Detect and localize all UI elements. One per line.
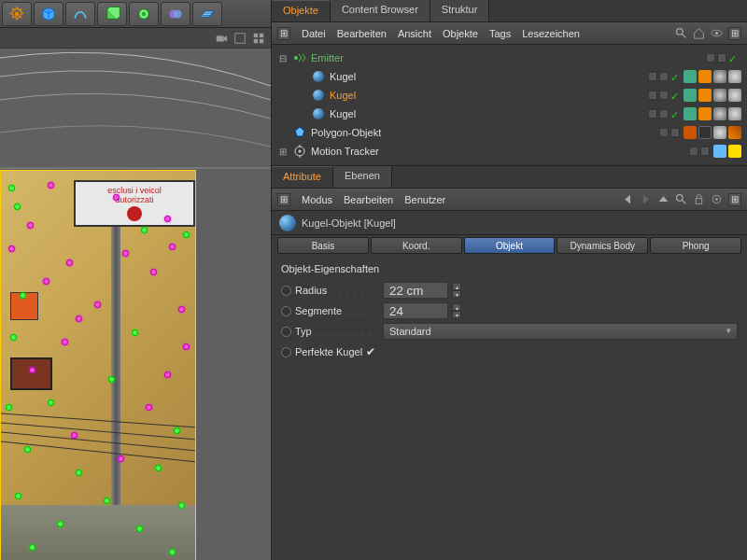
svg-rect-8 [217,35,224,41]
sphere-icon [279,215,296,231]
tracker-icon [292,144,307,159]
menu-modus[interactable]: Modus [302,194,332,205]
street-sign: esclusi i veicol autorizzati [74,180,195,227]
menu-benutzer[interactable]: Benutzer [404,194,445,205]
cube-icon[interactable] [34,2,63,26]
tree-row-emitter[interactable]: ⊟ Emitter ✓ [272,49,747,67]
object-label: Polygon-Objekt [311,127,659,138]
perfect-sphere-label: Perfekte Kugel [295,346,362,357]
svg-line-28 [682,200,685,203]
radio-icon[interactable] [281,347,291,357]
radius-input[interactable] [383,282,448,299]
maximize-icon[interactable] [252,32,265,45]
perspective-grid [0,49,271,170]
expander-icon[interactable]: ⊟ [277,52,289,63]
main-toolbar [0,0,271,28]
expander-icon[interactable] [296,90,307,101]
nav-back-icon[interactable] [622,193,634,205]
boolean-icon[interactable] [161,2,190,26]
spinner-down[interactable]: ▾ [452,290,461,298]
grid-icon[interactable]: ⊞ [277,27,290,40]
checkbox-checked-icon[interactable]: ✔ [366,345,375,358]
tab-ebenen[interactable]: Ebenen [333,166,392,188]
spinner-up[interactable]: ▴ [452,283,461,290]
search-icon[interactable] [675,193,687,205]
menu-lesezeichen[interactable]: Lesezeichen [522,28,580,39]
camera-icon[interactable] [215,32,228,45]
tab-content-browser[interactable]: Content Browser [331,0,430,21]
svg-point-3 [142,11,147,16]
nav-up-icon[interactable] [657,193,669,205]
svg-rect-10 [254,33,258,36]
object-label: Kugel [330,71,648,82]
radio-icon[interactable] [281,306,291,316]
expand-icon[interactable]: ⊞ [728,193,741,206]
svg-rect-29 [696,198,702,203]
prop-tab-koord[interactable]: Koord. [371,237,462,254]
tree-row-polygon[interactable]: Polygon-Objekt [272,123,747,142]
sphere-icon [311,88,326,103]
tab-struktur[interactable]: Struktur [430,0,490,21]
tree-row-kugel-selected[interactable]: Kugel ✓ [272,86,747,105]
properties-panel: Objekt-Eigenschaften Radius . . . . . ▴▾… [272,256,747,370]
eye-icon[interactable] [711,27,723,39]
sphere-icon [311,106,326,121]
expand-icon[interactable]: ⊞ [728,27,741,40]
expander-icon[interactable] [296,108,307,119]
menu-bearbeiten[interactable]: Bearbeiten [337,28,387,39]
tree-row-kugel[interactable]: Kugel ✓ [272,67,747,86]
svg-rect-12 [254,38,258,42]
segments-label: Segmente . . . [295,305,379,316]
tab-attribute[interactable]: Attribute [272,166,333,188]
home-icon[interactable] [693,27,705,39]
tab-objekte[interactable]: Objekte [272,0,331,21]
svg-line-17 [1,441,196,462]
radio-icon[interactable] [281,286,291,296]
menu-ansicht[interactable]: Ansicht [398,28,431,39]
spinner-down[interactable]: ▾ [452,311,461,318]
expander-icon[interactable]: ⊞ [277,146,289,157]
radio-icon[interactable] [281,327,291,337]
gear-icon[interactable] [2,2,32,26]
menu-bearbeiten[interactable]: Bearbeiten [344,194,393,205]
property-tabs: Basis Koord. Objekt Dynamics Body Phong [272,235,747,256]
search-icon[interactable] [675,27,687,39]
object-label: Kugel [330,90,648,101]
target-icon[interactable] [711,193,723,205]
panel-tabs-top: Objekte Content Browser Struktur [272,0,747,22]
prop-tab-phong[interactable]: Phong [650,237,741,254]
primitive-icon[interactable] [97,2,127,26]
properties-section-title: Objekt-Eigenschaften [281,263,738,274]
viewport-header [0,28,271,49]
tree-row-tracker[interactable]: ⊞ Motion Tracker [272,142,747,161]
type-select[interactable]: Standard [383,323,738,340]
svg-rect-9 [235,33,246,43]
spinner-up[interactable]: ▴ [452,303,461,311]
panel-tabs-attr: Attribute Ebenen [272,166,747,189]
view-icon[interactable] [233,32,247,45]
object-hierarchy: ⊟ Emitter ✓ Kugel ✓ Kugel ✓ [272,45,747,166]
svg-point-27 [677,194,684,201]
expander-icon[interactable] [277,127,289,138]
menu-tags[interactable]: Tags [489,28,511,39]
prop-tab-basis[interactable]: Basis [277,237,369,254]
viewport[interactable]: esclusi i veicol autorizzati [0,49,271,560]
menu-objekte[interactable]: Objekte [443,28,478,39]
tracked-footage: esclusi i veicol autorizzati [0,170,196,560]
expander-icon[interactable] [296,71,307,82]
deform-icon[interactable] [129,2,159,26]
prop-tab-dynamics[interactable]: Dynamics Body [557,237,648,254]
tree-row-kugel[interactable]: Kugel ✓ [272,105,747,123]
object-label: Kugel [330,108,648,119]
lock-icon[interactable] [693,193,705,205]
prop-tab-objekt[interactable]: Objekt [464,237,556,254]
nav-fwd-icon[interactable] [640,193,652,205]
menu-datei[interactable]: Datei [302,28,326,39]
grid-icon[interactable]: ⊞ [277,193,290,206]
segments-input[interactable] [383,302,448,319]
object-label: Emitter [311,52,706,63]
polygon-icon [292,125,307,140]
svg-point-18 [677,28,684,35]
path-icon[interactable] [65,2,95,26]
plane-icon[interactable] [192,2,222,26]
